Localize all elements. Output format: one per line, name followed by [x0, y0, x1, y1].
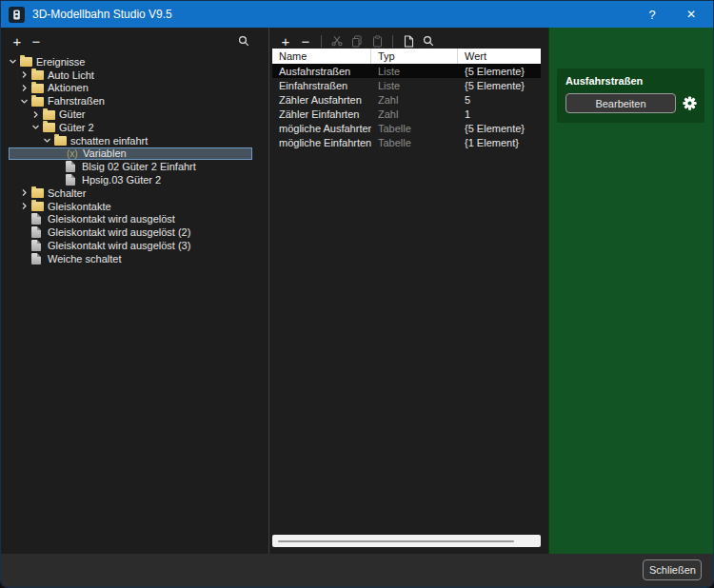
variables-table: Name Typ Wert AusfahrstraßenListe{5 Elem… — [272, 49, 541, 149]
document-icon — [31, 213, 47, 225]
detail-panel: Ausfahrstraßen Bearbeiten — [548, 28, 713, 554]
chevron-right-icon[interactable] — [20, 84, 31, 92]
document-icon — [66, 161, 81, 172]
tree-item-label: Auto Licht — [48, 69, 94, 81]
folder-icon — [31, 96, 47, 107]
tree-item[interactable]: Schalter — [9, 186, 252, 200]
tree-item[interactable]: Hpsig.03 Güter 2 — [9, 173, 252, 186]
variable-remove-button[interactable]: − — [297, 32, 314, 49]
tree-item-label: Weiche schaltet — [48, 253, 121, 265]
close-icon[interactable]: ✕ — [669, 1, 713, 28]
table-row[interactable]: AusfahrstraßenListe{5 Elemente} — [272, 64, 541, 78]
folder-icon — [31, 187, 47, 198]
tree-item[interactable]: Auto Licht — [9, 69, 252, 82]
variable-name-cell: Zähler Ausfahrten — [272, 94, 371, 106]
column-header-name[interactable]: Name — [272, 49, 371, 64]
tree-item-label: Güter 2 — [59, 122, 94, 133]
tree-item-label: Hpsig.03 Güter 2 — [82, 174, 161, 186]
tree-item[interactable]: (x)Variablen — [9, 147, 252, 161]
tree-item[interactable]: Güter — [9, 108, 252, 121]
tree-item-label: Gleiskontakt wird ausgelöst (2) — [48, 226, 190, 238]
scrollbar-thumb[interactable] — [278, 540, 514, 542]
tree-item[interactable]: Aktionen — [9, 82, 252, 95]
chevron-right-icon[interactable] — [20, 70, 31, 79]
schliessen-button[interactable]: Schließen — [643, 559, 702, 580]
tree-item-label: Gleiskontakt wird ausgelöst — [48, 213, 175, 225]
chevron-right-icon[interactable] — [31, 110, 43, 119]
detail-title: Ausfahrstraßen — [565, 75, 697, 87]
variable-typ-cell: Zahl — [371, 108, 458, 120]
table-search-icon[interactable] — [420, 32, 437, 49]
folder-icon — [31, 69, 47, 80]
paste-icon[interactable] — [368, 32, 386, 49]
tree-item[interactable]: Blsig 02 Güter 2 Einfahrt — [9, 160, 252, 173]
folder-icon — [20, 56, 35, 67]
variable-wert-cell: 1 — [458, 108, 541, 120]
folder-icon — [54, 135, 69, 146]
chevron-right-icon[interactable] — [20, 188, 31, 197]
tree-item-label: Ereignisse — [36, 56, 85, 68]
tree-item[interactable]: Güter 2 — [9, 121, 252, 134]
help-button[interactable]: ? — [635, 1, 669, 28]
tree-item[interactable]: Ereignisse — [9, 55, 252, 69]
tree-item-label: Fahrstraßen — [48, 95, 105, 107]
toolbar-separator — [321, 35, 322, 48]
detail-card: Ausfahrstraßen Bearbeiten — [557, 69, 704, 123]
variable-name-cell: Ausfahrstraßen — [272, 66, 371, 77]
variable-name-cell: Einfahrstraßen — [272, 80, 371, 91]
variable-wert-cell: {1 Element} — [458, 137, 541, 148]
table-header: Name Typ Wert — [272, 49, 541, 64]
chevron-down-icon[interactable] — [9, 57, 20, 66]
table-row[interactable]: mögliche EinfahrtenTabelle{1 Element} — [272, 135, 541, 149]
table-row[interactable]: mögliche AusfahrtenTabelle{5 Elemente} — [272, 121, 541, 135]
tree-item-label: Variablen — [83, 147, 127, 159]
variable-wert-cell: 5 — [458, 94, 541, 106]
tree-add-button[interactable]: + — [9, 32, 26, 49]
variables-icon: (x) — [67, 148, 82, 159]
column-header-typ[interactable]: Typ — [371, 49, 458, 64]
folder-icon — [43, 109, 58, 120]
tree-item[interactable]: Gleiskontakt wird ausgelöst (3) — [9, 239, 252, 252]
bearbeiten-button[interactable]: Bearbeiten — [565, 93, 676, 113]
variable-typ-cell: Tabelle — [371, 137, 458, 148]
titlebar: 3D-Modellbahn Studio V9.5 ? ✕ — [1, 1, 713, 28]
document-icon — [31, 226, 47, 238]
variable-wert-cell: {5 Elemente} — [458, 66, 541, 77]
table-row[interactable]: EinfahrstraßenListe{5 Elemente} — [272, 78, 541, 92]
tree-item[interactable]: Gleiskontakt wird ausgelöst (2) — [9, 225, 252, 239]
script-page-icon[interactable] — [400, 32, 417, 49]
gear-icon[interactable] — [683, 96, 697, 110]
tree-item-label: Schalter — [48, 187, 86, 199]
variable-wert-cell: {5 Elemente} — [458, 80, 541, 91]
tree-item-label: Gleiskontakte — [48, 201, 111, 212]
table-row[interactable]: Zähler EinfahrtenZahl1 — [272, 107, 541, 121]
chevron-right-icon[interactable] — [20, 202, 31, 210]
tree-toolbar: + − — [1, 28, 268, 51]
tree-item[interactable]: Weiche schaltet — [9, 252, 252, 265]
folder-icon — [31, 201, 47, 211]
folder-icon — [31, 83, 47, 93]
chevron-down-icon[interactable] — [43, 136, 54, 145]
tree-item-label: schatten einfahrt — [70, 135, 148, 147]
tree: EreignisseAuto LichtAktionenFahrstraßenG… — [1, 55, 268, 265]
tree-item[interactable]: schatten einfahrt — [9, 134, 252, 147]
tree-item[interactable]: Fahrstraßen — [9, 94, 252, 108]
tree-item-label: Blsig 02 Güter 2 Einfahrt — [82, 161, 196, 172]
copy-icon[interactable] — [348, 32, 366, 49]
horizontal-scrollbar[interactable] — [272, 535, 541, 547]
tree-remove-button[interactable]: − — [28, 32, 45, 49]
document-icon — [31, 240, 47, 251]
variable-name-cell: mögliche Ausfahrten — [272, 123, 371, 134]
variable-add-button[interactable]: + — [277, 32, 294, 49]
chevron-down-icon[interactable] — [20, 97, 31, 106]
tree-item[interactable]: Gleiskontakt wird ausgelöst — [9, 213, 252, 226]
chevron-down-icon[interactable] — [31, 123, 43, 131]
cut-icon[interactable] — [328, 32, 346, 49]
variable-name-cell: mögliche Einfahrten — [272, 137, 371, 148]
tree-item[interactable]: Gleiskontakte — [9, 200, 252, 213]
table-row[interactable]: Zähler AusfahrtenZahl5 — [272, 92, 541, 107]
tree-search-icon[interactable] — [235, 32, 252, 49]
column-header-wert[interactable]: Wert — [458, 49, 541, 64]
tree-item-label: Güter — [59, 108, 86, 120]
app-window: 3D-Modellbahn Studio V9.5 ? ✕ + − Ereign… — [0, 0, 714, 588]
